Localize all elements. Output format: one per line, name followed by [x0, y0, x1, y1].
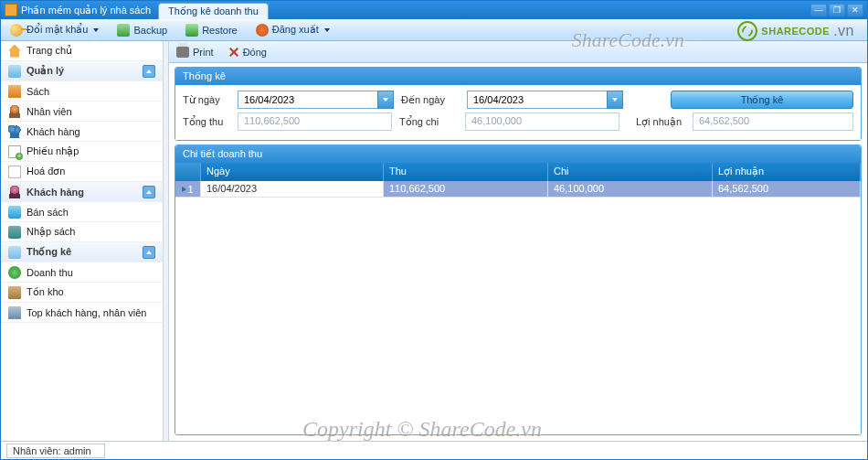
print-icon — [176, 47, 189, 58]
rank-icon — [8, 306, 21, 319]
database-icon — [117, 24, 130, 37]
money-icon — [8, 266, 21, 279]
sidebar-item-invoices[interactable]: Hoá đơn — [1, 162, 163, 182]
sidebar-item-label: Trang chủ — [26, 45, 72, 57]
import-icon — [8, 226, 21, 239]
app-title: Phần mềm quản lý nhà sách — [21, 5, 151, 16]
sidebar-item-label: Hoá đơn — [26, 166, 65, 177]
sidebar-item-customers[interactable]: Khách hàng — [1, 122, 163, 142]
sidebar-item-label: Tồn kho — [26, 286, 64, 298]
window-minimize-button[interactable]: — — [810, 4, 827, 16]
from-date-input[interactable] — [238, 91, 394, 109]
profit-label: Lợi nhuận — [627, 116, 685, 128]
users-icon — [8, 125, 21, 138]
sidebar-item-top[interactable]: Top khách hàng, nhân viên — [1, 303, 163, 323]
navigation-sidebar: Trang chủ Quản lý Sách Nhân viên Khách h… — [1, 41, 164, 441]
sidebar-item-revenue[interactable]: Doanh thu — [1, 262, 163, 283]
sidebar-item-label: Nhập sách — [26, 226, 75, 238]
sidebar-group-label: Khách hàng — [26, 187, 84, 198]
column-header-revenue[interactable]: Thu — [384, 163, 548, 181]
sidebar-group-management[interactable]: Quản lý — [1, 61, 163, 81]
collapse-button[interactable] — [143, 186, 155, 198]
logout-label: Đăng xuất — [272, 24, 319, 36]
grid-header-row: Ngày Thu Chi Lợi nhuận — [175, 163, 861, 181]
from-date-label: Từ ngày — [183, 94, 230, 106]
window-close-button[interactable]: ✕ — [847, 4, 863, 16]
column-header-expense[interactable]: Chi — [548, 163, 713, 181]
sidebar-item-label: Bán sách — [26, 207, 69, 218]
sidebar-group-label: Thống kê — [26, 246, 71, 258]
close-label: Đóng — [243, 47, 267, 58]
restore-label: Restore — [202, 25, 238, 36]
title-bar: Phần mềm quản lý nhà sách Thống kê doanh… — [1, 1, 867, 19]
print-label: Print — [193, 47, 214, 58]
sidebar-item-label: Phiếu nhập — [26, 145, 79, 157]
key-icon — [10, 24, 23, 37]
customer-icon — [8, 186, 21, 198]
chevron-down-icon — [383, 98, 388, 102]
from-date-field[interactable] — [238, 91, 377, 109]
logout-icon — [256, 24, 269, 37]
change-password-button[interactable]: Đổi mật khẩu — [6, 22, 102, 38]
restore-icon — [185, 24, 198, 37]
folder-icon — [8, 65, 21, 78]
app-icon — [5, 4, 17, 16]
tab-revenue-stats[interactable]: Thống kê doanh thu — [158, 3, 269, 19]
sidebar-item-receipts[interactable]: Phiếu nhập — [1, 142, 163, 162]
status-user: Nhân viên: admin — [6, 444, 105, 458]
backup-label: Backup — [133, 25, 167, 36]
box-icon — [8, 286, 21, 299]
sidebar-group-label: Quản lý — [26, 65, 64, 77]
to-date-field[interactable] — [467, 91, 607, 109]
collapse-button[interactable] — [143, 65, 155, 78]
status-bar: Nhân viên: admin — [1, 441, 867, 459]
row-indicator-icon — [182, 187, 186, 192]
total-revenue-label: Tổng thu — [183, 116, 230, 128]
column-header-profit[interactable]: Lợi nhuận — [713, 163, 861, 181]
change-password-label: Đổi mật khẩu — [26, 24, 88, 36]
grid-cell-date[interactable]: 16/04/2023 — [201, 181, 384, 198]
grid-row[interactable]: 1 16/04/2023 110,662,500 46,100,000 64,5… — [175, 181, 861, 198]
grid-row-header-corner — [175, 163, 201, 181]
to-date-dropdown-button[interactable] — [607, 91, 623, 109]
sidebar-item-label: Khách hàng — [26, 126, 80, 137]
user-icon — [8, 105, 21, 118]
sharecode-watermark-logo: SHARECODE.vn — [737, 21, 854, 41]
sidebar-item-label: Sách — [26, 86, 49, 97]
sidebar-group-statistics[interactable]: Thống kê — [1, 242, 163, 262]
detail-grid-title: Chi tiết doanh thu — [175, 145, 861, 163]
collapse-button[interactable] — [143, 246, 155, 259]
content-toolbar: Print Đóng — [169, 41, 867, 63]
sidebar-item-sell[interactable]: Bán sách — [1, 202, 163, 222]
revenue-grid[interactable]: Ngày Thu Chi Lợi nhuận 1 16/04/2023 110,… — [175, 163, 861, 434]
sidebar-item-import[interactable]: Nhập sách — [1, 222, 163, 242]
sidebar-item-home[interactable]: Trang chủ — [1, 41, 163, 61]
sidebar-item-inventory[interactable]: Tồn kho — [1, 283, 163, 303]
home-icon — [8, 45, 21, 58]
grid-cell-profit[interactable]: 64,562,500 — [713, 181, 861, 198]
run-stats-button[interactable]: Thống kê — [671, 91, 853, 109]
total-expense-value: 46,100,000 — [465, 112, 619, 131]
column-header-date[interactable]: Ngày — [201, 163, 384, 181]
sidebar-item-books[interactable]: Sách — [1, 81, 163, 102]
document-tabs: Thống kê doanh thu — [158, 1, 269, 19]
detail-grid-panel: Chi tiết doanh thu Ngày Thu Chi Lợi nhuậ… — [175, 144, 862, 435]
total-revenue-value: 110,662,500 — [238, 112, 392, 131]
from-date-dropdown-button[interactable] — [377, 91, 394, 109]
backup-button[interactable]: Backup — [113, 22, 171, 38]
grid-cell-expense[interactable]: 46,100,000 — [548, 181, 713, 198]
chart-icon — [8, 246, 21, 259]
sidebar-group-customers[interactable]: Khách hàng — [1, 182, 163, 202]
to-date-input[interactable] — [467, 91, 623, 109]
logout-button[interactable]: Đăng xuất — [252, 22, 333, 38]
print-button[interactable]: Print — [176, 47, 214, 58]
close-tab-button[interactable]: Đóng — [228, 47, 267, 58]
grid-cell-revenue[interactable]: 110,662,500 — [384, 181, 548, 198]
window-maximize-button[interactable]: ❐ — [829, 4, 845, 16]
sidebar-item-staff[interactable]: Nhân viên — [1, 102, 163, 122]
restore-button[interactable]: Restore — [182, 22, 241, 38]
profit-value: 64,562,500 — [693, 112, 853, 131]
grid-row-indicator: 1 — [175, 181, 201, 198]
dropdown-icon — [324, 28, 330, 32]
invoice-icon — [8, 166, 21, 178]
